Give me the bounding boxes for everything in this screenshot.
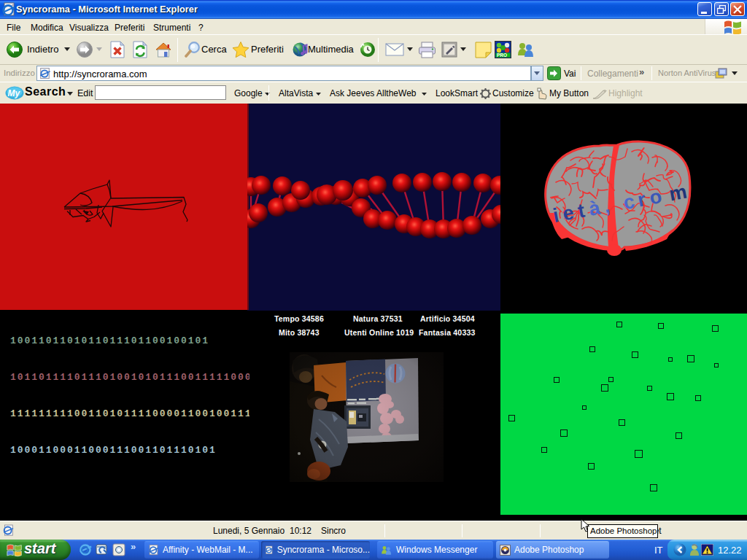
- svg-text:PRO: PRO: [497, 52, 507, 58]
- svg-text:m: m: [667, 179, 693, 205]
- svg-text:My: My: [8, 88, 21, 98]
